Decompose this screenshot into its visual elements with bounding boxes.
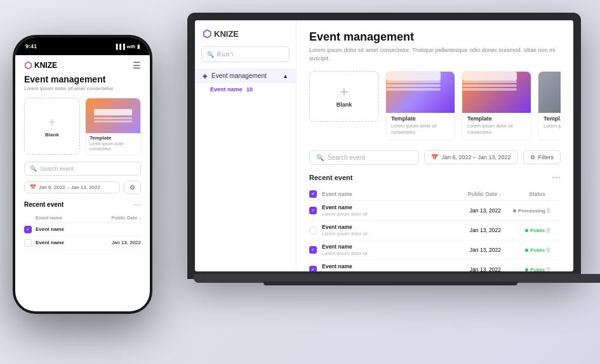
sidebar-collapse-icon: ▲ — [283, 73, 288, 79]
sidebar-nav-text: Event management — [211, 72, 267, 79]
sidebar-nav-event-management[interactable]: ◈ Event management ▲ — [195, 68, 296, 83]
delete-icon[interactable]: 🗑 — [545, 207, 552, 214]
row1-delete[interactable]: 🗑 — [545, 207, 561, 214]
hamburger-menu-button[interactable]: ☰ — [133, 60, 141, 70]
row4-delete[interactable]: 🗑 — [545, 266, 561, 271]
laptop-device: ⬡ KNIZE 🔍 ค้นหา ◈ Event management ▲ Eve… — [187, 13, 581, 279]
thumb-line — [386, 88, 441, 91]
row2-checkbox[interactable] — [309, 226, 317, 234]
phone-page-subtitle: Lorem ipsum dolor sit amet consectetur. — [24, 86, 141, 91]
phone-blank-plus-icon: + — [48, 115, 56, 130]
sidebar-sub-event-name[interactable]: Event name 10 — [195, 83, 296, 96]
phone-date-filter-button[interactable]: 📅 Jan 6, 2022 – Jan 13, 2022 — [24, 181, 120, 193]
page-subtitle: Lorem ipsum dolor sit amet consectetur. … — [309, 46, 561, 62]
phone-notch — [63, 37, 102, 46]
phone-event-name-2: Event name — [36, 240, 103, 245]
thumb-bar-1 — [386, 72, 441, 81]
row1-checkbox[interactable]: ✓ — [309, 207, 317, 214]
phone-checkbox-empty[interactable] — [24, 239, 32, 247]
header-checkbox[interactable]: ✓ — [309, 190, 317, 198]
phone-page-title: Event management — [24, 74, 141, 84]
filters-button[interactable]: ⚙ Filters — [523, 150, 561, 164]
row1-status-dot — [513, 209, 516, 212]
phone-template-label: Template — [86, 133, 140, 141]
template-card-1[interactable]: Template Lorem ipsum dolor sit consectet… — [385, 71, 455, 140]
row2-status: Public — [501, 227, 545, 233]
more-options-icon[interactable]: ⋯ — [552, 172, 561, 183]
recent-events-title: Recent event — [309, 174, 352, 181]
phone-screen: 9:41 ▐▐▐ wifi ▮ ⬡ KNIZE ☰ Event manageme… — [15, 37, 150, 311]
row2-delete[interactable]: 🗑 — [545, 226, 561, 233]
phone-body: Event management Lorem ipsum dolor sit a… — [15, 74, 150, 311]
thumb-line — [462, 84, 517, 87]
row2-event-sub: Lorem ipsum dolor sit — [322, 231, 450, 237]
phone-row-date-2: Jan 13, 2022 — [103, 240, 141, 245]
phone-row-name-2: Event name — [36, 240, 103, 245]
sidebar-search-box[interactable]: 🔍 ค้นหา — [201, 46, 290, 62]
phone-row-check-2[interactable] — [24, 239, 36, 247]
thumb-bar-2 — [462, 72, 517, 81]
table-header: ✓ Event name Public Date ↓ Status — [309, 188, 561, 201]
row4-checkbox[interactable]: ✓ — [309, 266, 317, 271]
phone-event-name: Event name — [36, 226, 141, 232]
sidebar-nav-label: ◈ Event management — [203, 72, 267, 79]
phone-search-box[interactable]: 🔍 Search event — [24, 162, 141, 176]
phone-template-desc: Lorem ipsum dolorconsectetur. — [86, 141, 140, 155]
phone-table-row: ✓ Event name — [24, 223, 141, 237]
template-label-1: Template — [386, 113, 455, 123]
template-desc-2: Lorem ipsum dolor sit consectetur — [462, 123, 531, 140]
blank-template-card[interactable]: + Blank — [309, 71, 379, 122]
row3-status-dot — [525, 249, 528, 252]
search-event-box[interactable]: 🔍 Search event — [309, 150, 419, 165]
signal-icon: ▐▐▐ — [114, 44, 125, 49]
phone-date-text: Jan 6, 2022 – Jan 13, 2022 — [39, 185, 100, 190]
thumb-line — [386, 81, 441, 83]
row3-event-name: Event name — [322, 244, 450, 250]
calendar-icon: 📅 — [431, 154, 438, 160]
page-title: Event management — [309, 30, 561, 44]
sidebar-layers-icon: ◈ — [203, 72, 208, 79]
delete-icon-3[interactable]: 🗑 — [545, 246, 552, 253]
phone-filled-template[interactable]: Template Lorem ipsum dolorconsectetur. — [85, 98, 141, 155]
row1-event-sub: Lorem ipsum dolor sit — [322, 211, 450, 217]
phone-search-placeholder: Search event — [40, 166, 74, 172]
search-filter-row: 🔍 Search event 📅 Jan 6, 2022 – Jan 13, 2… — [309, 150, 561, 165]
delete-icon-4[interactable]: 🗑 — [545, 266, 552, 271]
phone-header-name: Event name — [36, 215, 103, 221]
row3-check[interactable]: ✓ — [309, 246, 322, 254]
phone-date-row: 📅 Jan 6, 2022 – Jan 13, 2022 ⚙ — [24, 181, 141, 194]
phone-filter-icon-button[interactable]: ⚙ — [124, 181, 141, 194]
template-card-3[interactable]: Templ... Lorem ipl... — [538, 71, 561, 140]
phone-blank-template[interactable]: + Blank — [24, 98, 80, 155]
sidebar-search-icon: 🔍 — [207, 51, 214, 58]
header-check-col: ✓ — [309, 190, 322, 198]
blank-plus-icon: + — [340, 85, 349, 99]
phone-filter-icon: ⚙ — [130, 184, 135, 191]
phone-row-check[interactable]: ✓ — [24, 226, 36, 233]
row4-check[interactable]: ✓ — [309, 266, 322, 271]
phone-status-bar: 9:41 ▐▐▐ wifi ▮ — [15, 37, 150, 55]
delete-icon-2[interactable]: 🗑 — [545, 226, 552, 233]
row4-status-badge: Public — [525, 267, 545, 271]
template-desc-1: Lorem ipsum dolor sit consectetur — [386, 123, 455, 140]
row1-check[interactable]: ✓ — [309, 207, 322, 214]
row2-name: Event name Lorem ipsum dolor sit — [322, 224, 450, 237]
battery-icon: ▮ — [137, 44, 140, 49]
row4-name: Event name Lorem ipsum dolor sit — [322, 263, 450, 271]
row2-event-name: Event name — [322, 224, 450, 230]
row4-date: Jan 13, 2022 — [450, 266, 501, 271]
date-filter-button[interactable]: 📅 Jan 6, 2022 – Jan 13, 2022 — [424, 150, 517, 164]
row3-checkbox[interactable]: ✓ — [309, 246, 317, 254]
thumb-lines-1 — [386, 81, 441, 91]
phone-checkbox-checked[interactable]: ✓ — [24, 226, 32, 233]
template-card-2[interactable]: Template Lorem ipsum dolor sit consectet… — [462, 71, 531, 140]
row3-delete[interactable]: 🗑 — [545, 246, 561, 253]
table-row-3: ✓ Event name Lorem ipsum dolor sit Jan 1… — [309, 240, 561, 260]
row2-check[interactable] — [309, 226, 322, 234]
phone-more-icon[interactable]: ⋯ — [133, 200, 141, 209]
templates-row: + Blank Template Lorem ipsum dolor s — [309, 71, 561, 140]
phone-sort-icon: ↓ — [138, 215, 141, 221]
row4-event-sub: Lorem ipsum dolor sit — [322, 270, 450, 271]
date-col-label: Public Date — [468, 191, 497, 197]
template-label-2: Template — [462, 113, 531, 123]
